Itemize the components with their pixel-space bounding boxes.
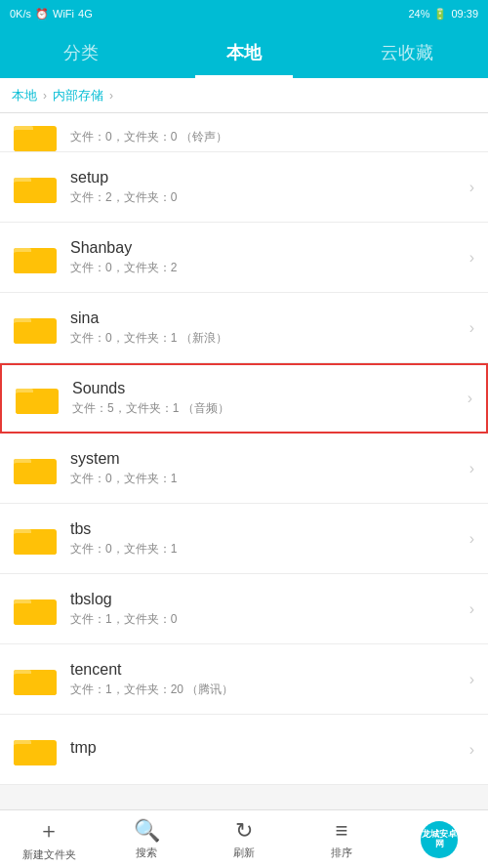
file-item-system[interactable]: system 文件：0，文件夹：1 › (0, 434, 488, 504)
file-info: tbs 文件：0，文件夹：1 (70, 520, 462, 558)
file-name: tbslog (70, 591, 462, 608)
breadcrumb-sep-2: › (109, 89, 113, 103)
partial-item: 文件：0，文件夹：0 （铃声） (0, 113, 488, 152)
battery-percent: 24% (408, 8, 429, 20)
file-info: tbslog 文件：1，文件夹：0 (70, 591, 462, 628)
wifi-icon: WiFi (53, 8, 74, 20)
chevron-right-icon: › (469, 319, 474, 337)
svg-rect-2 (14, 130, 57, 151)
file-name: system (70, 450, 462, 468)
file-info: tencent 文件：1，文件夹：20 （腾讯） (70, 661, 462, 698)
partial-folder-icon (14, 118, 57, 145)
svg-rect-11 (14, 322, 57, 344)
folder-icon (14, 732, 57, 767)
file-name: sina (70, 310, 462, 327)
sort-icon: ≡ (336, 818, 348, 844)
file-item-tbslog[interactable]: tbslog 文件：1，文件夹：0 › (0, 574, 488, 644)
file-item-tbs[interactable]: tbs 文件：0，文件夹：1 › (0, 504, 488, 574)
file-name: tencent (70, 661, 462, 679)
file-info: setup 文件：2，文件夹：0 (70, 169, 462, 206)
network-speed: 0K/s (10, 8, 31, 20)
logo-circle: 龙城安卓网 (421, 821, 458, 858)
battery-icon: 🔋 (433, 8, 447, 21)
svg-rect-20 (14, 533, 57, 555)
file-meta: 文件：0，文件夹：1 (70, 541, 462, 558)
status-right: 24% 🔋 09:39 (408, 8, 478, 21)
file-item-sounds[interactable]: Sounds 文件：5，文件夹：1 （音频） › (0, 363, 488, 434)
breadcrumb-internal[interactable]: 内部存储 (53, 87, 103, 104)
chevron-right-icon: › (468, 390, 472, 407)
tab-bar: 分类 本地 云收藏 (0, 27, 488, 78)
nav-sort[interactable]: ≡ 排序 (293, 810, 390, 868)
chevron-right-icon: › (469, 249, 474, 267)
nav-new-folder[interactable]: ＋ 新建文件夹 (0, 810, 98, 868)
chevron-right-icon: › (469, 460, 474, 477)
signal-icon: 4G (78, 8, 93, 20)
alarm-icon: ⏰ (35, 8, 49, 21)
svg-rect-5 (14, 182, 57, 203)
chevron-right-icon: › (469, 741, 474, 759)
file-name: Shanbay (70, 239, 462, 257)
file-meta: 文件：0，文件夹：1 （新浪） (70, 330, 462, 347)
svg-rect-17 (14, 463, 57, 484)
clock: 09:39 (451, 8, 478, 20)
folder-icon (14, 310, 57, 346)
status-left: 0K/s ⏰ WiFi 4G (10, 8, 93, 21)
nav-search[interactable]: 🔍 搜索 (98, 810, 195, 868)
file-info: tmp (70, 739, 462, 760)
plus-icon: ＋ (38, 816, 60, 846)
nav-refresh[interactable]: ↻ 刷新 (195, 810, 293, 868)
folder-icon (14, 521, 57, 557)
file-meta: 文件：0，文件夹：1 (70, 471, 462, 487)
file-list: 文件：0，文件夹：0 （铃声） setup 文件：2，文件夹：0 › Shanb… (0, 113, 488, 809)
nav-search-label: 搜索 (136, 846, 157, 860)
bottom-nav: ＋ 新建文件夹 🔍 搜索 ↻ 刷新 ≡ 排序 龙城安卓网 (0, 809, 488, 868)
file-name: tbs (70, 520, 462, 538)
partial-meta: 文件：0，文件夹：0 （铃声） (70, 130, 227, 144)
file-item-setup[interactable]: setup 文件：2，文件夹：0 › (0, 152, 488, 223)
folder-icon (14, 662, 57, 697)
tab-cloud[interactable]: 云收藏 (325, 27, 488, 78)
file-item-tmp[interactable]: tmp › (0, 715, 488, 785)
file-item-sina[interactable]: sina 文件：0，文件夹：1 （新浪） › (0, 293, 488, 363)
file-meta: 文件：1，文件夹：20 （腾讯） (70, 682, 462, 698)
partial-info: 文件：0，文件夹：0 （铃声） (70, 127, 474, 145)
folder-icon (14, 592, 57, 627)
svg-rect-26 (14, 674, 57, 695)
file-info: system 文件：0，文件夹：1 (70, 450, 462, 487)
nav-sort-label: 排序 (331, 846, 352, 860)
svg-rect-29 (14, 744, 57, 765)
folder-icon (14, 170, 57, 205)
tab-classify[interactable]: 分类 (0, 27, 163, 78)
file-item-shanbay[interactable]: Shanbay 文件：0，文件夹：2 › (0, 223, 488, 293)
file-info: Sounds 文件：5，文件夹：1 （音频） (72, 380, 460, 417)
breadcrumb-sep-1: › (43, 89, 47, 103)
file-meta: 文件：5，文件夹：1 （音频） (72, 400, 460, 417)
file-meta: 文件：0，文件夹：2 (70, 260, 462, 276)
breadcrumb-local[interactable]: 本地 (12, 87, 37, 104)
refresh-icon: ↻ (235, 818, 253, 844)
status-bar: 0K/s ⏰ WiFi 4G 24% 🔋 09:39 (0, 0, 488, 27)
file-info: Shanbay 文件：0，文件夹：2 (70, 239, 462, 276)
logo-text: 龙城安卓网 (421, 830, 458, 849)
svg-rect-23 (14, 603, 57, 625)
folder-icon (16, 381, 59, 416)
svg-rect-8 (14, 252, 57, 273)
chevron-right-icon: › (469, 600, 474, 618)
nav-refresh-label: 刷新 (233, 846, 255, 860)
nav-logo: 龙城安卓网 (390, 821, 488, 858)
file-info: sina 文件：0，文件夹：1 （新浪） (70, 310, 462, 347)
chevron-right-icon: › (469, 179, 474, 196)
chevron-right-icon: › (469, 671, 474, 688)
breadcrumb: 本地 › 内部存储 › (0, 78, 488, 113)
file-name: tmp (70, 739, 462, 757)
folder-icon (14, 451, 57, 486)
file-meta: 文件：1，文件夹：0 (70, 611, 462, 628)
tab-local[interactable]: 本地 (163, 27, 326, 78)
svg-rect-14 (16, 393, 59, 414)
search-icon: 🔍 (134, 818, 160, 844)
file-name: Sounds (72, 380, 460, 397)
file-item-tencent[interactable]: tencent 文件：1，文件夹：20 （腾讯） › (0, 644, 488, 715)
chevron-right-icon: › (469, 530, 474, 548)
file-name: setup (70, 169, 462, 186)
